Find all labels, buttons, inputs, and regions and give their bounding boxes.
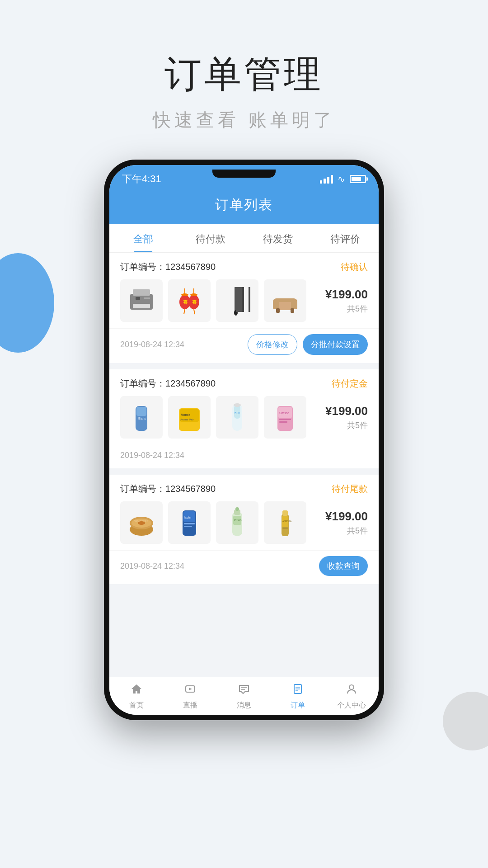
svg-text:Arome Pain: Arome Pain bbox=[180, 418, 194, 421]
product-img-green-lotion: lotion bbox=[216, 501, 258, 544]
battery-icon bbox=[350, 175, 366, 183]
message-icon bbox=[238, 683, 250, 698]
nav-item-message[interactable]: 消息 bbox=[217, 683, 271, 710]
order-footer-2: 2019-08-24 12:34 bbox=[109, 445, 379, 468]
price-count-2: 共5件 bbox=[325, 420, 368, 431]
svg-point-71 bbox=[349, 685, 354, 689]
svg-point-47 bbox=[138, 521, 145, 525]
svg-text:喜: 喜 bbox=[183, 300, 188, 305]
phone-wrapper: 下午4:31 ∿ 订单列表 bbox=[0, 160, 488, 720]
svg-text:Swisse: Swisse bbox=[279, 411, 289, 415]
nav-label-home: 首页 bbox=[129, 701, 144, 710]
nav-label-order: 订单 bbox=[291, 701, 305, 710]
svg-text:Monde: Monde bbox=[181, 413, 191, 416]
product-img-lantern: 喜 喜 bbox=[168, 279, 211, 322]
app-header-title: 订单列表 bbox=[109, 196, 379, 214]
order-status-3: 待付尾款 bbox=[332, 483, 368, 495]
nav-item-order[interactable]: 订单 bbox=[271, 683, 325, 710]
tab-pending-payment[interactable]: 待付款 bbox=[177, 224, 244, 252]
tab-all[interactable]: 全部 bbox=[109, 224, 177, 252]
order-status-1: 待确认 bbox=[341, 261, 368, 273]
svg-rect-1 bbox=[133, 289, 150, 296]
order-card-3: 订单编号：1234567890 待付尾款 GAVOTTES bbox=[109, 475, 379, 584]
svg-rect-23 bbox=[273, 301, 279, 309]
product-images-1: 喜 喜 bbox=[109, 279, 379, 328]
price-count-1: 共5件 bbox=[325, 303, 368, 314]
svg-rect-25 bbox=[276, 308, 280, 313]
product-img-blue-bottle: Isdin bbox=[168, 501, 211, 544]
tab-pending-ship[interactable]: 待发货 bbox=[244, 224, 311, 252]
profile-icon bbox=[345, 683, 358, 698]
svg-rect-18 bbox=[236, 287, 242, 312]
product-img-pink-box: Swisse bbox=[264, 396, 306, 439]
price-amount-3: ¥199.00 bbox=[325, 509, 368, 524]
price-modify-button[interactable]: 价格修改 bbox=[248, 334, 297, 355]
phone-notch bbox=[212, 170, 276, 178]
order-number-2: 订单编号：1234567890 bbox=[120, 377, 216, 390]
status-time: 下午4:31 bbox=[122, 172, 161, 186]
order-status-2: 待付定金 bbox=[332, 377, 368, 390]
svg-rect-28 bbox=[136, 407, 146, 416]
nav-label-profile: 个人中心 bbox=[337, 701, 366, 710]
svg-rect-26 bbox=[291, 308, 294, 313]
order-actions-3: 收款查询 bbox=[319, 556, 368, 576]
product-img-gold-bottle: ANESSA bbox=[264, 501, 306, 544]
svg-rect-62 bbox=[282, 528, 288, 528]
svg-line-12 bbox=[194, 309, 195, 314]
order-date-1: 2019-08-24 12:34 bbox=[120, 340, 184, 349]
app-header: 订单列表 bbox=[109, 189, 379, 224]
nav-item-live[interactable]: 直播 bbox=[163, 683, 217, 710]
wifi-icon: ∿ bbox=[338, 174, 345, 184]
installment-button[interactable]: 分批付款设置 bbox=[303, 334, 368, 355]
price-amount-1: ¥199.00 bbox=[325, 288, 368, 302]
bottom-nav: 首页 直播 bbox=[109, 677, 379, 715]
svg-text:Isdin: Isdin bbox=[184, 516, 191, 519]
page-title: 订单管理 bbox=[0, 50, 488, 99]
svg-rect-19 bbox=[242, 287, 244, 312]
svg-rect-20 bbox=[249, 287, 250, 312]
order-date-3: 2019-08-24 12:34 bbox=[120, 561, 184, 571]
page-subtitle: 快速查看 账单明了 bbox=[0, 108, 488, 132]
svg-text:喜: 喜 bbox=[192, 300, 197, 305]
svg-rect-52 bbox=[184, 526, 192, 527]
svg-text:ANESSA: ANESSA bbox=[282, 520, 292, 523]
price-amount-2: ¥199.00 bbox=[325, 404, 368, 418]
order-icon bbox=[291, 683, 304, 698]
order-card-1: 订单编号：1234567890 待确认 bbox=[109, 253, 379, 363]
collection-query-button[interactable]: 收款查询 bbox=[319, 556, 368, 576]
product-images-2: Balls Monde Arome Pain bbox=[109, 396, 379, 445]
svg-rect-2 bbox=[133, 304, 150, 308]
product-img-brush bbox=[216, 279, 258, 322]
order-header-1: 订单编号：1234567890 待确认 bbox=[109, 253, 379, 279]
svg-point-9 bbox=[181, 293, 188, 296]
tab-pending-review[interactable]: 待评价 bbox=[311, 224, 379, 252]
price-info-2: ¥199.00 共5件 bbox=[325, 404, 368, 431]
nav-label-message: 消息 bbox=[237, 701, 251, 710]
order-number-3: 订单编号：1234567890 bbox=[120, 483, 216, 495]
svg-rect-41 bbox=[279, 419, 291, 420]
nav-item-home[interactable]: 首页 bbox=[109, 683, 163, 710]
order-footer-3: 2019-08-24 12:34 收款查询 bbox=[109, 550, 379, 584]
page-header: 订单管理 快速查看 账单明了 bbox=[0, 0, 488, 132]
svg-text:lotion: lotion bbox=[234, 519, 242, 522]
price-count-3: 共5件 bbox=[325, 525, 368, 536]
order-list: 订单编号：1234567890 待确认 bbox=[109, 253, 379, 677]
order-card-2: 订单编号：1234567890 待付定金 Balls bbox=[109, 369, 379, 468]
product-img-bag: Monde Arome Pain bbox=[168, 396, 211, 439]
phone-mockup: 下午4:31 ∿ 订单列表 bbox=[104, 160, 384, 720]
order-header-3: 订单编号：1234567890 待付尾款 bbox=[109, 475, 379, 501]
product-img-drink: Balls bbox=[120, 396, 163, 439]
nav-label-live: 直播 bbox=[183, 701, 197, 710]
price-info-1: ¥199.00 共5件 bbox=[325, 288, 368, 314]
svg-point-37 bbox=[234, 403, 241, 407]
nav-item-profile[interactable]: 个人中心 bbox=[325, 683, 379, 710]
svg-rect-42 bbox=[279, 421, 287, 423]
svg-marker-64 bbox=[189, 688, 192, 690]
svg-text:50+: 50+ bbox=[235, 411, 241, 415]
product-img-printer bbox=[120, 279, 163, 322]
svg-line-11 bbox=[184, 309, 185, 314]
phone-screen: 下午4:31 ∿ 订单列表 bbox=[109, 165, 379, 715]
home-icon bbox=[130, 683, 143, 698]
svg-rect-51 bbox=[184, 523, 195, 524]
svg-rect-59 bbox=[282, 510, 288, 516]
